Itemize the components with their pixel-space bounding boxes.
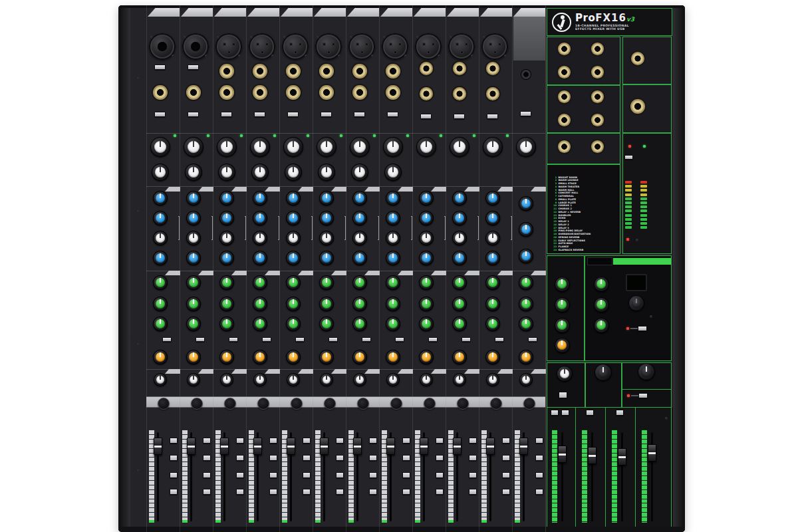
aux-master-mon3-knob[interactable] (555, 318, 570, 333)
gain-knob[interactable] (184, 137, 203, 157)
aux-mon2-knob[interactable] (352, 297, 367, 311)
aux-mon1-knob[interactable] (219, 275, 234, 290)
pan-knob[interactable] (154, 373, 167, 386)
eq-freq-knob[interactable] (386, 231, 400, 245)
fx-send-knob[interactable] (419, 350, 434, 364)
gain-knob[interactable] (483, 137, 503, 157)
aux-mon1-knob[interactable] (386, 275, 400, 290)
post-pre-switch[interactable] (262, 337, 271, 342)
channel-fader[interactable] (453, 438, 462, 455)
pan-knob[interactable] (420, 373, 433, 386)
mute-button[interactable] (523, 398, 535, 410)
gain-knob[interactable] (350, 137, 370, 157)
assign-1-2-button[interactable] (269, 438, 277, 444)
channel-fader[interactable] (353, 438, 362, 455)
aux-mon3-knob[interactable] (286, 317, 301, 331)
post-pre-switch[interactable] (428, 337, 438, 342)
fx-assign-3-4-button[interactable] (561, 410, 569, 416)
aux-mon2-knob[interactable] (319, 297, 334, 311)
eq-low-knob[interactable] (219, 251, 234, 265)
hiz-switch[interactable] (188, 65, 199, 70)
eq-low-knob[interactable] (186, 251, 201, 265)
break-switch[interactable] (638, 393, 648, 398)
low-cut-switch[interactable] (420, 114, 432, 119)
low-cut-switch[interactable] (387, 112, 398, 117)
assign-lr-button[interactable] (170, 472, 178, 478)
channel-fader[interactable] (187, 438, 196, 455)
assign-lr-button[interactable] (535, 472, 543, 478)
post-pre-switch[interactable] (495, 337, 504, 342)
mute-button[interactable] (224, 398, 236, 410)
gain-knob[interactable] (217, 137, 237, 157)
assign-lr-button[interactable] (203, 472, 211, 478)
assign-lr-button[interactable] (469, 472, 477, 478)
fx-send-knob[interactable] (253, 350, 267, 364)
aux-mon2-knob[interactable] (485, 297, 500, 311)
aux-mon1-knob[interactable] (452, 275, 467, 290)
channel-fader[interactable] (486, 438, 495, 455)
low-cut-switch[interactable] (254, 112, 265, 117)
assign-1-2-button[interactable] (469, 438, 477, 444)
main-fader[interactable] (648, 444, 656, 462)
low-cut-switch[interactable] (454, 114, 465, 119)
gigfx-mon3-knob[interactable] (594, 318, 609, 333)
assign-1-2-button[interactable] (203, 438, 211, 444)
assign-1-2-button[interactable] (436, 438, 444, 444)
eq-mid-knob[interactable] (519, 222, 533, 237)
mute-button[interactable] (324, 398, 336, 410)
mute-button[interactable] (257, 398, 269, 410)
eq-low-knob[interactable] (319, 251, 334, 265)
eq-mid-knob[interactable] (219, 211, 234, 225)
aux-mon2-knob[interactable] (219, 297, 234, 311)
gain-knob[interactable] (516, 137, 536, 157)
assign-3-4-button[interactable] (502, 455, 510, 461)
eq-hi-knob[interactable] (286, 191, 301, 205)
assign-1-2-button[interactable] (402, 438, 410, 444)
channel-fader[interactable] (154, 438, 162, 455)
assign-lr-button[interactable] (369, 472, 377, 478)
assign-1-2-button[interactable] (236, 438, 244, 444)
eq-mid-knob[interactable] (386, 211, 400, 225)
pan-knob[interactable] (353, 373, 366, 386)
aux-master-fx-knob[interactable] (555, 338, 570, 353)
pfl-solo-button[interactable] (170, 489, 178, 495)
post-pre-switch[interactable] (395, 337, 404, 342)
assign-lr-button[interactable] (303, 472, 311, 478)
channel-fader[interactable] (519, 438, 528, 455)
sub1-2-fader[interactable] (588, 447, 597, 464)
eq-hi-knob[interactable] (352, 191, 367, 205)
pfl-solo-button[interactable] (436, 489, 444, 495)
aux-mon3-knob[interactable] (485, 317, 500, 331)
pan-knob[interactable] (320, 373, 333, 386)
eq-freq-knob[interactable] (485, 231, 500, 245)
presets-knob[interactable] (628, 295, 644, 311)
hiz-switch[interactable] (154, 65, 166, 70)
fx-send-knob[interactable] (485, 350, 500, 364)
eq-mid-knob[interactable] (485, 211, 500, 225)
assign-1-2-button[interactable] (535, 438, 543, 444)
eq-hi-knob[interactable] (253, 191, 267, 205)
eq-low-knob[interactable] (419, 251, 434, 265)
assign-1-2-button[interactable] (369, 438, 377, 444)
low-cut-switch[interactable] (354, 112, 365, 117)
fx-mute-switch[interactable] (638, 326, 647, 331)
aux-mon2-knob[interactable] (519, 297, 533, 311)
eq-freq-knob[interactable] (219, 231, 234, 245)
aux-mon3-knob[interactable] (253, 317, 267, 331)
channel-fader[interactable] (287, 438, 295, 455)
assign-lr-button[interactable] (236, 472, 244, 478)
low-cut-switch[interactable] (154, 112, 166, 117)
post-pre-switch[interactable] (229, 337, 238, 342)
aux-mon2-knob[interactable] (186, 297, 201, 311)
gain-knob[interactable] (317, 137, 336, 157)
eq-freq-knob[interactable] (419, 231, 434, 245)
pfl-solo-button[interactable] (203, 489, 211, 495)
pan-knob[interactable] (453, 373, 466, 386)
aux-master-mon1-knob[interactable] (555, 277, 570, 292)
eq-mid-knob[interactable] (419, 211, 434, 225)
assign-3-4-button[interactable] (236, 455, 244, 461)
mute-button[interactable] (357, 398, 369, 410)
aux-mon2-knob[interactable] (253, 297, 267, 311)
aux-mon1-knob[interactable] (153, 275, 168, 290)
pan-knob[interactable] (519, 373, 533, 386)
